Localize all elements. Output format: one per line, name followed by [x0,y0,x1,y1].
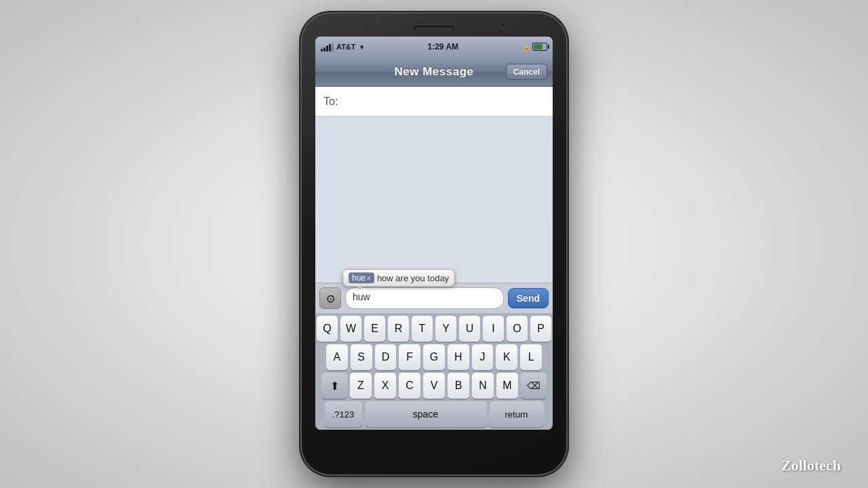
watermark: Zollotech [781,457,841,474]
key-k[interactable]: K [496,344,517,370]
status-time: 1:29 AM [427,42,458,52]
key-h[interactable]: H [448,344,469,370]
battery-fill [534,44,542,49]
keyboard-row-3: ⬆ Z X C V B N M ⌫ [317,373,551,399]
signal-bar-5 [332,43,334,52]
key-i[interactable]: I [483,316,504,342]
key-d[interactable]: D [375,344,397,370]
autocorrect-tag[interactable]: hue × [349,272,374,283]
key-g[interactable]: G [423,344,445,370]
scene: AT&T ▾ 1:29 AM 🔒 New Message Cancel [0,0,868,488]
to-field[interactable]: To: [315,87,553,117]
cancel-button[interactable]: Cancel [506,64,547,80]
send-button[interactable]: Send [508,288,549,308]
key-q[interactable]: Q [317,316,338,342]
message-text-box[interactable]: hue × how are you today huw [345,287,504,309]
return-key[interactable]: return [490,401,544,427]
key-o[interactable]: O [507,316,528,342]
key-z[interactable]: Z [350,373,372,399]
signal-bar-1 [321,49,323,52]
key-n[interactable]: N [472,373,494,399]
camera-icon: ⊙ [326,292,335,305]
key-m[interactable]: M [496,373,518,399]
status-left: AT&T ▾ [321,42,363,52]
key-p[interactable]: P [530,316,551,342]
key-y[interactable]: Y [435,316,456,342]
shift-key[interactable]: ⬆ [321,373,347,399]
current-input-text: huw [353,291,370,302]
keyboard: Q W E R T Y U I O P A S [315,313,553,430]
keyboard-row-1: Q W E R T Y U I O P [317,316,551,342]
screen-bezel: AT&T ▾ 1:29 AM 🔒 New Message Cancel [315,37,553,430]
key-j[interactable]: J [472,344,494,370]
battery-icon [532,43,547,51]
wifi-icon: ▾ [360,43,363,51]
message-body-area[interactable] [315,117,553,283]
signal-bars [321,42,334,52]
autocorrect-word: hue [352,273,366,283]
key-t[interactable]: T [412,316,433,342]
screen-content: AT&T ▾ 1:29 AM 🔒 New Message Cancel [315,37,553,430]
key-x[interactable]: X [374,373,396,399]
key-e[interactable]: E [364,316,385,342]
key-s[interactable]: S [351,344,372,370]
status-right: 🔒 [523,43,547,51]
key-u[interactable]: U [459,316,480,342]
key-v[interactable]: V [423,373,445,399]
key-f[interactable]: F [399,344,420,370]
navigation-bar: New Message Cancel [315,57,553,87]
signal-bar-4 [329,44,331,52]
key-b[interactable]: B [448,373,469,399]
num-key[interactable]: .?123 [325,401,362,427]
delete-key[interactable]: ⌫ [521,373,547,399]
carrier-label: AT&T [336,43,356,51]
camera-button[interactable]: ⊙ [319,287,341,309]
key-c[interactable]: C [399,373,420,399]
autocorrect-close-icon[interactable]: × [367,274,371,282]
lock-icon: 🔒 [523,43,530,50]
keyboard-row-2: A S D F G H J K L [317,344,551,370]
signal-bar-2 [323,47,326,52]
key-r[interactable]: R [388,316,409,342]
to-label: To: [323,96,338,108]
page-title: New Message [395,65,474,79]
key-l[interactable]: L [520,344,542,370]
key-a[interactable]: A [326,344,348,370]
autocorrect-popup[interactable]: hue × how are you today [342,269,455,287]
phone-speaker [414,26,454,31]
keyboard-bottom-row: .?123 space return [317,401,551,427]
phone-device: AT&T ▾ 1:29 AM 🔒 New Message Cancel [302,14,566,474]
signal-bar-3 [326,45,328,52]
message-input-row: ⊙ hue × how are you today huw Send [315,283,553,313]
status-bar: AT&T ▾ 1:29 AM 🔒 [315,37,553,57]
message-text-preview: how are you today [377,273,449,283]
key-w[interactable]: W [340,316,361,342]
phone-camera [500,23,505,28]
space-key[interactable]: space [365,401,487,427]
